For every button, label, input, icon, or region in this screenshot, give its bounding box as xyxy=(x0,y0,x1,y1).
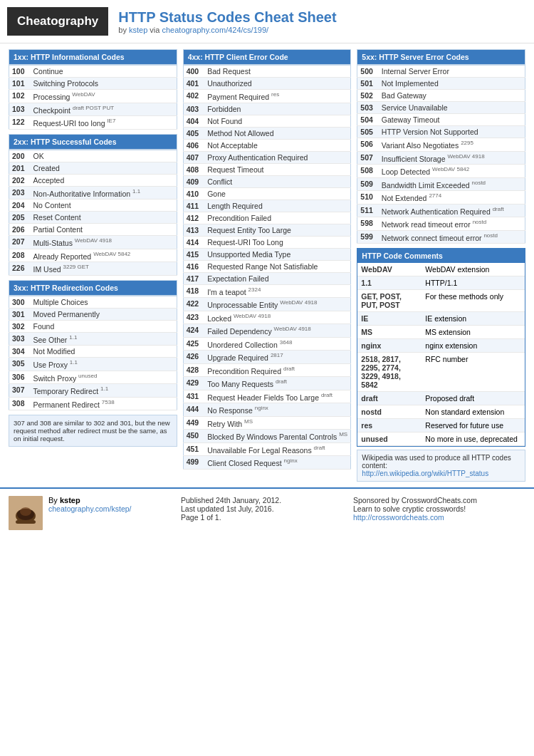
desc-cell: Gone xyxy=(204,187,351,200)
desc-cell: No Response nginx xyxy=(204,403,351,417)
svg-rect-3 xyxy=(16,520,36,524)
desc-cell: Request-URI Too Long xyxy=(204,236,351,248)
code-cell: 409 xyxy=(183,175,204,187)
desc-cell: Blocked By Windows Parental Controls MS xyxy=(204,430,351,443)
desc-cell: Not Extended 2774 xyxy=(379,191,525,204)
desc-cell: Upgrade Required 2817 xyxy=(204,351,351,364)
desc-cell: Accepted xyxy=(31,174,177,186)
code-cell: 410 xyxy=(183,187,204,200)
desc-cell: Processing WebDAV xyxy=(31,90,177,103)
desc-cell: IM Used 3229 GET xyxy=(31,262,177,276)
code-cell: 206 xyxy=(9,224,31,236)
footer-center: Published 24th January, 2012. Last updat… xyxy=(181,496,353,522)
desc-cell: Forbidden xyxy=(204,103,351,115)
code-cell: 207 xyxy=(9,236,31,249)
desc-cell: I'm a teapot 2324 xyxy=(204,284,351,298)
desc-cell: Unauthorized xyxy=(204,78,351,90)
table-1xx: 100Continue101Switching Protocols102Proc… xyxy=(9,65,177,130)
footer-sponsor-url[interactable]: http://crosswordcheats.com xyxy=(353,513,444,522)
code-cell: 404 xyxy=(183,115,204,127)
desc-cell: Partial Content xyxy=(31,224,177,236)
comment-key: 2518, 2817, 2295, 2774, 3229, 4918, 5842 xyxy=(357,353,422,392)
code-cell: 103 xyxy=(9,103,31,116)
url-link[interactable]: cheatography.com/424/cs/199/ xyxy=(162,26,268,34)
desc-cell: Non-Authoritative Information 1.1 xyxy=(31,186,177,200)
code-cell: 307 xyxy=(9,384,31,398)
comment-key: WebDAV xyxy=(357,263,422,276)
desc-cell: Reset Content xyxy=(31,212,177,224)
col-1: 1xx: HTTP Informational Codes 100Continu… xyxy=(6,49,180,482)
comments-box: HTTP Code Comments WebDAVWebDAV extensio… xyxy=(357,248,525,447)
desc-cell: Gateway Timeout xyxy=(379,114,525,126)
desc-cell: Precondition Failed xyxy=(204,212,351,224)
code-cell: 408 xyxy=(183,163,204,175)
footer: By kstep cheatography.com/kstep/ Publish… xyxy=(0,487,534,537)
desc-cell: Not Found xyxy=(204,115,351,127)
comment-value: No more in use, deprecated xyxy=(422,433,525,446)
comments-table: WebDAVWebDAV extension1.1HTTP/1.1GET, PO… xyxy=(357,263,525,446)
code-cell: 411 xyxy=(183,200,204,212)
code-cell: 406 xyxy=(183,139,204,151)
table-4xx: 400Bad Request401Unauthorized402Payment … xyxy=(183,65,352,470)
code-cell: 505 xyxy=(357,126,379,138)
desc-cell: Already Reported WebDAV 5842 xyxy=(31,249,177,262)
code-cell: 306 xyxy=(9,371,31,384)
code-cell: 403 xyxy=(183,103,204,115)
code-cell: 200 xyxy=(9,150,31,162)
desc-cell: HTTP Version Not Supported xyxy=(379,126,525,138)
code-cell: 444 xyxy=(183,403,204,417)
desc-cell: Network Authentication Required draft xyxy=(379,204,525,217)
code-cell: 508 xyxy=(357,165,379,178)
desc-cell: Internal Server Error xyxy=(379,66,525,78)
desc-cell: Created xyxy=(31,162,177,174)
code-cell: 122 xyxy=(9,116,31,130)
code-cell: 509 xyxy=(357,177,379,191)
desc-cell: Locked WebDAV 4918 xyxy=(204,311,351,324)
code-cell: 423 xyxy=(183,311,204,324)
code-cell: 424 xyxy=(183,324,204,338)
footer-author-url[interactable]: cheatography.com/kstep/ xyxy=(48,504,132,513)
code-cell: 402 xyxy=(183,90,204,103)
footer-sponsored: Sponsored by CrosswordCheats.com xyxy=(353,496,525,504)
comment-value: HTTP/1.1 xyxy=(422,276,525,290)
code-cell: 202 xyxy=(9,174,31,186)
code-cell: 501 xyxy=(357,78,379,90)
table-3xx: 300Multiple Choices301Moved Permanently3… xyxy=(9,296,177,411)
code-cell: 205 xyxy=(9,212,31,224)
author-link[interactable]: kstep xyxy=(129,26,147,34)
desc-cell: Use Proxy 1.1 xyxy=(31,358,177,371)
comment-key: unused xyxy=(357,433,422,446)
desc-cell: Bandwidth Limit Exceeded nostd xyxy=(379,177,525,191)
desc-cell: Unprocessable Entity WebDAV 4918 xyxy=(204,298,351,311)
footer-by-label: By kstep xyxy=(48,496,132,504)
desc-cell: Request-URI too long IE7 xyxy=(31,116,177,130)
desc-cell: Insufficient Storage WebDAV 4918 xyxy=(379,151,525,165)
desc-cell: Not Implemented xyxy=(379,78,525,90)
col-3: 5xx: HTTP Server Error Codes 500Internal… xyxy=(354,49,528,482)
desc-cell: Variant Also Negotiates 2295 xyxy=(379,138,525,152)
footer-author: By kstep cheatography.com/kstep/ xyxy=(48,496,132,513)
code-cell: 203 xyxy=(9,186,31,200)
code-cell: 415 xyxy=(183,248,204,260)
desc-cell: Unavailable For Legal Reasons draft xyxy=(204,442,351,456)
code-cell: 304 xyxy=(9,346,31,358)
footer-page: Page 1 of 1. xyxy=(181,513,353,522)
code-cell: 449 xyxy=(183,416,204,430)
desc-cell: Bad Gateway xyxy=(379,90,525,102)
redirect-note: 307 and 308 are similar to 302 and 301, … xyxy=(9,415,177,447)
comment-key: draft xyxy=(357,392,422,405)
comment-value: For these methods only xyxy=(422,290,525,312)
author-line: by kstep via cheatography.com/424/cs/199… xyxy=(118,26,336,34)
desc-cell: Found xyxy=(31,320,177,332)
wiki-link[interactable]: http://en.wikipedia.org/wiki/HTTP_status xyxy=(362,470,488,477)
comment-value: Non standard extension xyxy=(422,405,525,419)
header-text: HTTP Status Codes Cheat Sheet by kstep v… xyxy=(118,9,336,34)
code-cell: 425 xyxy=(183,337,204,351)
code-cell: 101 xyxy=(9,78,31,90)
comment-value: Reserved for future use xyxy=(422,419,525,433)
code-cell: 426 xyxy=(183,351,204,364)
comments-header: HTTP Code Comments xyxy=(357,249,525,263)
desc-cell: Permanent Redirect 7538 xyxy=(31,397,177,410)
code-cell: 413 xyxy=(183,224,204,236)
desc-cell: Temporary Redirect 1.1 xyxy=(31,384,177,398)
